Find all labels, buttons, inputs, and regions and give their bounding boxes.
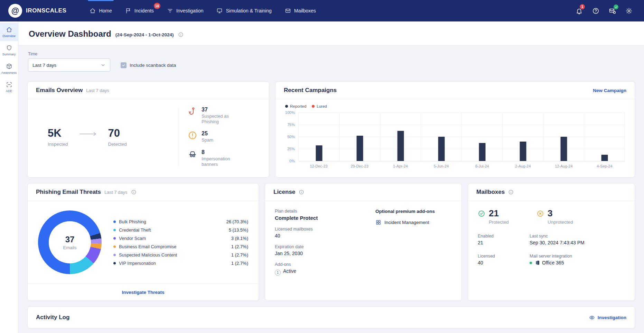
nav-item-simulation-training[interactable]: Simulation & Training [210,0,278,21]
threats-total-label: Emails [63,245,76,250]
protected-stat: 21 Protected [478,208,536,225]
home-icon [90,8,96,14]
stat-label: Spam [202,137,213,143]
sidebar-item-overview[interactable]: Overview [0,23,18,41]
mask-icon [188,149,197,159]
notifications-button[interactable]: 1 [572,4,586,18]
cube-icon [6,63,12,70]
investigate-threats-link[interactable]: Investigate Threats [122,290,164,295]
mailboxes-header: Mailboxes [468,183,635,201]
threat-value: 1 (2.7%) [231,244,248,249]
incidents-count-badge: 18 [154,3,160,9]
modules-icon [375,219,381,225]
new-campaign-link[interactable]: New Campaign [593,88,626,93]
brand[interactable]: @ IRONSCALES [8,4,66,18]
left-sidebar: Overview Summary Awareness ADE [0,21,18,333]
campaign-bar[interactable] [520,142,526,161]
threat-value: 26 (70.3%) [226,219,248,224]
license-card: License Plan details Complete Protect Li… [265,183,462,301]
sidebar-item-summary[interactable]: Summary [0,41,18,60]
emails-funnel: 5K Inspected 70 Detected [38,127,178,147]
navbar-actions: 1 [572,4,636,18]
help-button[interactable] [589,4,603,18]
campaign-bar[interactable] [316,145,322,161]
campaign-bar[interactable] [601,155,608,161]
nav-item-mailboxes[interactable]: Mailboxes [278,0,323,21]
protected-count: 21 [489,208,509,219]
recent-campaigns-card: Recent Campaigns New Campaign ReportedLu… [275,81,635,178]
threats-total: 37 [65,235,75,244]
cards-row-1: Emails Overview Last 7 days 5K Inspected [27,81,635,178]
nav-item-investigation[interactable]: Investigation [160,0,210,21]
protected-label: Protected [489,219,509,225]
info-icon[interactable] [508,189,514,195]
inspected-stat: 5K Inspected [48,127,68,147]
detected-label: Detected [108,142,127,147]
time-label: Time [28,52,110,56]
dashboard-content: Time Last 7 days Include scanback data [18,45,644,333]
campaign-columns [299,112,625,161]
campaign-col-12-dec-23 [299,112,339,161]
nav-items: Home Incidents 18 Investigation Simulati… [83,0,322,21]
mailbox-detail-last-sync: Last sync Sep 30, 2024 7:43:43 PM [530,234,625,245]
unprotected-stat: 3 Unprotected [536,208,595,225]
monitor-icon [216,8,223,14]
threat-value: 5 (13.5%) [229,227,248,233]
campaign-bar[interactable] [356,136,363,161]
settings-button[interactable] [622,4,636,18]
campaign-col-8-jul-24 [462,112,503,161]
nav-item-incidents[interactable]: Incidents 18 [119,0,160,21]
x-tick: 2-Aug-24 [503,161,543,168]
campaign-x-axis: 12-Dec-2329-Dec-231-Apr-245-Jun-248-Jul-… [298,161,625,168]
app: @ IRONSCALES Home Incidents 18 Investiga… [0,0,644,333]
nav-item-label: Mailboxes [294,8,316,14]
email-stat-suspected-as-phishing: 37 Suspected as Phishing [188,107,260,125]
scanback-checkbox[interactable]: Include scanback data [121,62,176,72]
info-icon[interactable] [178,32,184,37]
campaign-bar[interactable] [438,137,445,161]
campaign-chart-row: 100%75%50%25%0% [282,112,625,161]
check-icon [615,6,618,9]
mailbox-detail-licensed: Licensed 40 [478,254,530,266]
field-value: 21 [478,240,530,245]
hook-icon [188,107,197,116]
unprotected-icon [536,210,544,217]
integration-health-button[interactable] [605,4,619,18]
cards-row-2: Phishing Email Threats Last 7 days 37 Em… [27,183,635,301]
inspected-label: Inspected [48,142,68,147]
campaign-bar[interactable] [479,143,485,161]
threat-row-credential-theft: Credential Theft 5 (13.5%) [113,227,248,233]
campaign-col-1-apr-24 [380,112,421,161]
license-fields: Plan details Complete Protect Licensed m… [275,209,356,293]
license-body: Plan details Complete Protect Licensed m… [265,201,461,300]
field-value: Complete Protect [275,215,356,221]
stat-value: 8 [202,149,246,155]
campaign-bar[interactable] [560,137,567,161]
time-select[interactable]: Last 7 days [28,58,110,72]
stat-value: 25 [202,130,213,137]
home-icon [6,26,12,33]
card-title: Recent Campaigns [284,87,337,94]
campaign-col-12-aug-24 [543,112,584,161]
phishing-threats-body: 37 Emails Bulk Phishing 26 (70.3%) Crede… [28,201,259,284]
nav-item-label: Home [99,8,112,14]
info-icon[interactable] [299,189,304,195]
scanback-label: Include scanback data [130,63,176,68]
campaign-bar[interactable] [397,131,404,161]
nav-item-label: Simulation & Training [226,8,271,14]
top-navbar: @ IRONSCALES Home Incidents 18 Investiga… [0,0,644,21]
date-range: (24-Sep-2024 - 1-Oct-2024) [115,32,174,37]
mailbox-detail-enabled: Enabled 21 [478,234,530,245]
activity-investigation-link[interactable]: Investigation [589,315,626,321]
threat-label: Bulk Phishing [119,219,146,224]
detected-stat: 70 Detected [108,127,127,147]
nav-item-home[interactable]: Home [83,0,118,21]
threat-row-suspected-malicious-content: Suspected Malicious Content 1 (2.7%) [113,252,248,258]
stat-label: Suspected as Phishing [202,114,246,125]
x-tick: 5-Jun-24 [421,161,461,168]
info-icon[interactable] [131,189,137,195]
sidebar-item-awareness[interactable]: Awareness [0,60,18,78]
threat-row-vendor-scam: Vendor Scam 3 (8.1%) [113,236,248,241]
sidebar-item-ade[interactable]: ADE [0,78,18,96]
email-stat-impersonation-banners: 8 Impersonation banners [188,149,260,168]
